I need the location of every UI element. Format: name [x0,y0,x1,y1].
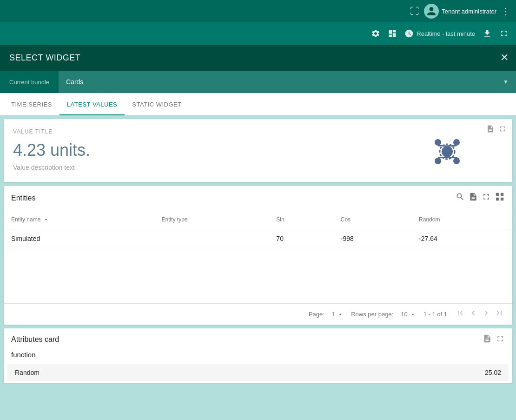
attributes-header-icons [483,334,505,345]
value-card-file-icon[interactable] [486,125,495,135]
attributes-title: Attributes card [11,335,59,344]
cards-select[interactable]: Cards ▼ [59,71,516,93]
entities-title: Entities [11,194,35,202]
svg-text:✱: ✱ [454,156,460,163]
first-page-button[interactable] [455,307,466,321]
last-page-button[interactable] [494,307,505,321]
dashboard-icon[interactable] [388,29,397,38]
entities-grid-icon[interactable] [495,192,505,204]
download-button[interactable] [483,29,492,38]
pagination-controls [455,307,505,321]
entities-table-header-row: Entity name Entity type Sin Cos [4,210,512,229]
tab-latest-values[interactable]: LATEST VALUES [60,94,125,115]
top-bar-user: Tenant administrator [424,4,496,19]
attributes-fullscreen-icon[interactable] [496,334,505,345]
attribute-key: Random [15,369,485,376]
bundle-label[interactable]: Current bundle [9,79,59,86]
attributes-file-icon[interactable] [483,334,492,345]
cell-sin: 70 [269,229,333,248]
more-icon[interactable]: ⋮ [501,6,510,17]
dropdown-arrow: ▼ [503,79,509,85]
widget-header: SELECT WIDGET ✕ [0,45,516,71]
bundle-bar: Current bundle Cards ▼ [0,71,516,93]
main-content: VALUE TITLE 4.23 units. Value descriptio… [0,115,516,420]
entities-table-head: Entity name Entity type Sin Cos [4,210,512,229]
rows-per-page-label: Rows per page: [351,311,393,318]
entities-file-icon[interactable] [469,192,478,204]
entities-pagination: Page: 1 Rows per page: 10 1 - 1 of 1 [4,303,512,325]
rows-value: 10 [401,311,416,318]
range-label: 1 - 1 of 1 [423,311,447,318]
value-card-content: VALUE TITLE 4.23 units. Value descriptio… [13,128,90,171]
entities-table-body: Simulated 70 -998 -27.64 [4,229,512,248]
settings-button[interactable] [371,29,380,38]
col-random: Random [411,210,512,229]
cell-entity-type [154,229,269,248]
page-label: Page: [309,311,324,318]
username-label: Tenant administrator [442,8,496,15]
top-bar: ⛶ Tenant administrator ⋮ [0,0,516,22]
value-card-fullscreen-icon[interactable] [498,125,507,135]
cell-cos: -998 [333,229,411,248]
widget-title: SELECT WIDGET [9,53,80,63]
value-card: VALUE TITLE 4.23 units. Value descriptio… [4,119,512,182]
attribute-value: 25.02 [485,369,501,376]
col-entity-name[interactable]: Entity name [4,210,154,229]
entities-card: Entities [4,186,512,325]
entities-table-wrapper: Entity name Entity type Sin Cos [4,210,512,303]
page-value: 1 [332,311,344,318]
svg-point-10 [443,148,451,155]
realtime-label: Realtime - last minute [417,30,475,37]
value-card-toolbar [486,125,507,135]
col-entity-type: Entity type [154,210,269,229]
value-card-graphic: ✱ [429,133,466,172]
cell-entity-name: Simulated [4,229,154,248]
attributes-header: Attributes card [4,328,512,351]
next-page-button[interactable] [481,307,492,321]
svg-line-6 [447,146,456,146]
svg-point-3 [435,158,441,164]
attribute-row: Random 25.02 [7,364,509,381]
svg-point-1 [435,139,441,146]
screen-icon[interactable]: ⛶ [410,6,419,17]
value-card-description: Value description text [13,164,90,171]
prev-page-button[interactable] [468,307,479,321]
entities-header: Entities [4,186,512,210]
tab-static-widget[interactable]: STATIC WIDGET [125,94,189,115]
realtime-button[interactable]: Realtime - last minute [404,29,475,38]
col-cos: Cos [333,210,411,229]
cell-random: -27.64 [411,229,512,248]
table-row: Simulated 70 -998 -27.64 [4,229,512,248]
fullscreen-top-button[interactable] [499,29,509,38]
tab-time-series[interactable]: TIME SERIES [4,94,60,115]
second-bar: Realtime - last minute [0,22,516,45]
value-card-number: 4.23 units. [13,140,90,160]
entities-search-icon[interactable] [456,192,465,204]
entities-header-icons [456,192,505,204]
top-bar-icons: ⛶ Tenant administrator ⋮ [410,4,510,19]
avatar [424,4,439,19]
function-label: function [4,351,512,362]
col-sin: Sin [269,210,333,229]
close-button[interactable]: ✕ [500,52,509,64]
attributes-card: Attributes card function Random 25.02 [4,328,512,383]
value-card-title: VALUE TITLE [13,128,90,135]
svg-point-2 [453,139,460,146]
cards-label: Cards [66,78,503,86]
tabs-bar: TIME SERIES LATEST VALUES STATIC WIDGET [0,93,516,115]
entities-table: Entity name Entity type Sin Cos [4,210,512,248]
entities-fullscreen-icon[interactable] [482,192,491,204]
